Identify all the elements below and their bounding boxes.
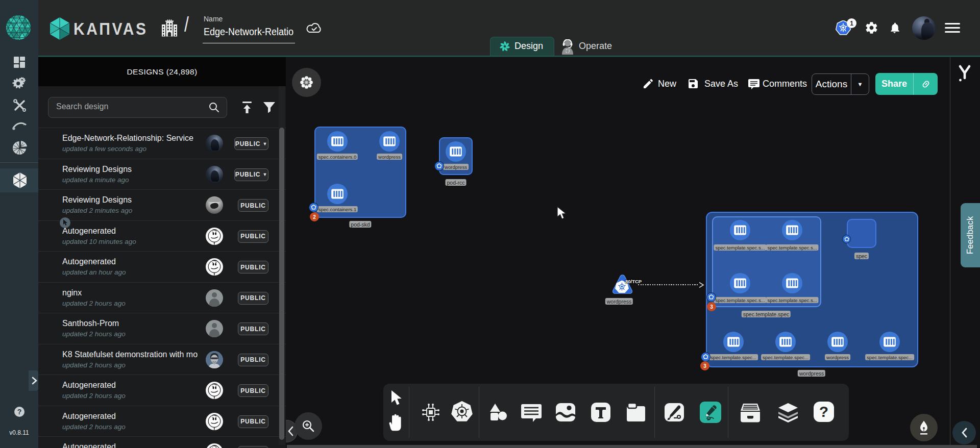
svg-text:?: ?: [819, 403, 828, 420]
svg-text:?: ?: [17, 408, 22, 416]
